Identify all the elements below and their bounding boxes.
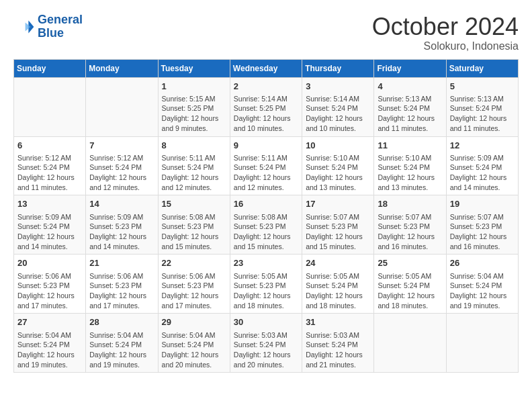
calendar-week-row: 6Sunrise: 5:12 AMSunset: 5:24 PMDaylight…: [14, 136, 519, 195]
day-number: 12: [450, 140, 515, 152]
day-number: 14: [89, 198, 154, 210]
weekday-header: Saturday: [446, 59, 518, 77]
day-number: 24: [306, 257, 370, 269]
day-info: Sunrise: 5:12 AMSunset: 5:24 PMDaylight:…: [17, 153, 82, 193]
day-info: Sunrise: 5:03 AMSunset: 5:24 PMDaylight:…: [306, 330, 370, 370]
day-number: 9: [234, 140, 298, 152]
calendar-cell: 28Sunrise: 5:04 AMSunset: 5:24 PMDayligh…: [86, 314, 158, 373]
weekday-header: Sunday: [14, 59, 86, 77]
day-number: 4: [378, 81, 442, 93]
day-number: 3: [306, 81, 370, 93]
calendar-cell: 2Sunrise: 5:14 AMSunset: 5:25 PMDaylight…: [230, 77, 302, 136]
logo-icon: [13, 16, 35, 38]
day-info: Sunrise: 5:09 AMSunset: 5:24 PMDaylight:…: [450, 153, 515, 193]
calendar-cell: 5Sunrise: 5:13 AMSunset: 5:24 PMDaylight…: [446, 77, 518, 136]
day-info: Sunrise: 5:06 AMSunset: 5:23 PMDaylight:…: [89, 271, 154, 311]
calendar-cell: 3Sunrise: 5:14 AMSunset: 5:24 PMDaylight…: [302, 77, 374, 136]
calendar-week-row: 13Sunrise: 5:09 AMSunset: 5:24 PMDayligh…: [14, 195, 519, 255]
logo: General Blue: [13, 13, 83, 40]
day-number: 26: [450, 257, 515, 269]
calendar-table: SundayMondayTuesdayWednesdayThursdayFrid…: [13, 59, 519, 373]
day-info: Sunrise: 5:06 AMSunset: 5:23 PMDaylight:…: [17, 271, 82, 311]
day-number: 18: [378, 198, 442, 210]
day-info: Sunrise: 5:05 AMSunset: 5:24 PMDaylight:…: [378, 271, 442, 311]
day-info: Sunrise: 5:15 AMSunset: 5:25 PMDaylight:…: [162, 94, 226, 134]
day-info: Sunrise: 5:11 AMSunset: 5:24 PMDaylight:…: [162, 153, 226, 193]
calendar-cell: [86, 77, 158, 136]
calendar-cell: 24Sunrise: 5:05 AMSunset: 5:24 PMDayligh…: [302, 255, 374, 314]
day-info: Sunrise: 5:10 AMSunset: 5:24 PMDaylight:…: [306, 153, 370, 193]
logo-text: General Blue: [38, 13, 83, 40]
day-number: 13: [17, 198, 82, 210]
calendar-cell: 13Sunrise: 5:09 AMSunset: 5:24 PMDayligh…: [14, 195, 86, 255]
calendar-cell: 26Sunrise: 5:04 AMSunset: 5:24 PMDayligh…: [446, 255, 518, 314]
day-number: 23: [234, 257, 298, 269]
day-info: Sunrise: 5:09 AMSunset: 5:24 PMDaylight:…: [17, 212, 82, 252]
calendar-cell: 27Sunrise: 5:04 AMSunset: 5:24 PMDayligh…: [14, 314, 86, 373]
calendar-cell: [14, 77, 86, 136]
day-number: 27: [17, 316, 82, 328]
day-info: Sunrise: 5:05 AMSunset: 5:23 PMDaylight:…: [234, 271, 298, 311]
weekday-header-row: SundayMondayTuesdayWednesdayThursdayFrid…: [14, 59, 519, 77]
day-number: 28: [89, 316, 154, 328]
calendar-cell: 22Sunrise: 5:06 AMSunset: 5:23 PMDayligh…: [158, 255, 230, 314]
calendar-cell: 21Sunrise: 5:06 AMSunset: 5:23 PMDayligh…: [86, 255, 158, 314]
month-title: October 2024: [372, 13, 519, 40]
day-info: Sunrise: 5:14 AMSunset: 5:24 PMDaylight:…: [306, 94, 370, 134]
calendar-cell: 8Sunrise: 5:11 AMSunset: 5:24 PMDaylight…: [158, 136, 230, 195]
day-info: Sunrise: 5:07 AMSunset: 5:23 PMDaylight:…: [450, 212, 515, 252]
calendar-week-row: 1Sunrise: 5:15 AMSunset: 5:25 PMDaylight…: [14, 77, 519, 136]
calendar-cell: 4Sunrise: 5:13 AMSunset: 5:24 PMDaylight…: [374, 77, 446, 136]
calendar-cell: [374, 314, 446, 373]
day-number: 11: [378, 140, 442, 152]
calendar-week-row: 27Sunrise: 5:04 AMSunset: 5:24 PMDayligh…: [14, 314, 519, 373]
day-number: 2: [234, 81, 298, 93]
calendar-cell: 15Sunrise: 5:08 AMSunset: 5:23 PMDayligh…: [158, 195, 230, 255]
day-info: Sunrise: 5:04 AMSunset: 5:24 PMDaylight:…: [450, 271, 515, 311]
calendar-cell: 11Sunrise: 5:10 AMSunset: 5:24 PMDayligh…: [374, 136, 446, 195]
day-number: 20: [17, 257, 82, 269]
day-info: Sunrise: 5:07 AMSunset: 5:23 PMDaylight:…: [306, 212, 370, 252]
day-number: 8: [162, 140, 226, 152]
calendar-cell: 20Sunrise: 5:06 AMSunset: 5:23 PMDayligh…: [14, 255, 86, 314]
day-info: Sunrise: 5:09 AMSunset: 5:23 PMDaylight:…: [89, 212, 154, 252]
calendar-cell: 25Sunrise: 5:05 AMSunset: 5:24 PMDayligh…: [374, 255, 446, 314]
calendar-cell: 10Sunrise: 5:10 AMSunset: 5:24 PMDayligh…: [302, 136, 374, 195]
weekday-header: Friday: [374, 59, 446, 77]
calendar-cell: 19Sunrise: 5:07 AMSunset: 5:23 PMDayligh…: [446, 195, 518, 255]
day-info: Sunrise: 5:13 AMSunset: 5:24 PMDaylight:…: [378, 94, 442, 134]
day-number: 29: [162, 316, 226, 328]
day-info: Sunrise: 5:07 AMSunset: 5:23 PMDaylight:…: [378, 212, 442, 252]
page-header: General Blue October 2024 Solokuro, Indo…: [13, 13, 519, 52]
day-info: Sunrise: 5:04 AMSunset: 5:24 PMDaylight:…: [89, 330, 154, 370]
day-number: 15: [162, 198, 226, 210]
calendar-cell: 14Sunrise: 5:09 AMSunset: 5:23 PMDayligh…: [86, 195, 158, 255]
weekday-header: Wednesday: [230, 59, 302, 77]
day-number: 7: [89, 140, 154, 152]
calendar-cell: 30Sunrise: 5:03 AMSunset: 5:24 PMDayligh…: [230, 314, 302, 373]
calendar-cell: 16Sunrise: 5:08 AMSunset: 5:23 PMDayligh…: [230, 195, 302, 255]
day-number: 1: [162, 81, 226, 93]
day-number: 10: [306, 140, 370, 152]
calendar-cell: 29Sunrise: 5:04 AMSunset: 5:24 PMDayligh…: [158, 314, 230, 373]
day-number: 6: [17, 140, 82, 152]
day-number: 25: [378, 257, 442, 269]
day-info: Sunrise: 5:13 AMSunset: 5:24 PMDaylight:…: [450, 94, 515, 134]
calendar-cell: 7Sunrise: 5:12 AMSunset: 5:24 PMDaylight…: [86, 136, 158, 195]
day-number: 22: [162, 257, 226, 269]
day-number: 5: [450, 81, 515, 93]
calendar-cell: [446, 314, 518, 373]
day-number: 21: [89, 257, 154, 269]
day-info: Sunrise: 5:03 AMSunset: 5:24 PMDaylight:…: [234, 330, 298, 370]
day-info: Sunrise: 5:08 AMSunset: 5:23 PMDaylight:…: [234, 212, 298, 252]
calendar-cell: 6Sunrise: 5:12 AMSunset: 5:24 PMDaylight…: [14, 136, 86, 195]
weekday-header: Monday: [86, 59, 158, 77]
calendar-cell: 1Sunrise: 5:15 AMSunset: 5:25 PMDaylight…: [158, 77, 230, 136]
day-info: Sunrise: 5:12 AMSunset: 5:24 PMDaylight:…: [89, 153, 154, 193]
calendar-cell: 18Sunrise: 5:07 AMSunset: 5:23 PMDayligh…: [374, 195, 446, 255]
day-number: 30: [234, 316, 298, 328]
day-info: Sunrise: 5:05 AMSunset: 5:24 PMDaylight:…: [306, 271, 370, 311]
day-number: 16: [234, 198, 298, 210]
day-number: 17: [306, 198, 370, 210]
weekday-header: Thursday: [302, 59, 374, 77]
